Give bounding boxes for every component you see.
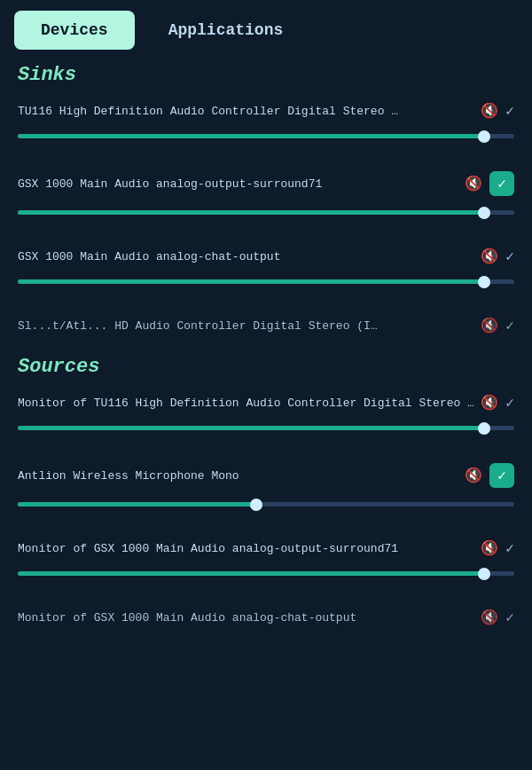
source-1-volume-slider[interactable] [18, 426, 514, 430]
sinks-title: Sinks [0, 50, 532, 93]
sink-2-name: GSX 1000 Main Audio analog-output-surrou… [18, 177, 465, 191]
source-1-mute-icon[interactable]: 🔇 [481, 394, 498, 412]
sink-item-4: Sl...t/Atl... HD Audio Controller Digita… [7, 308, 525, 342]
sink-item-2: GSX 1000 Main Audio analog-output-surrou… [7, 162, 525, 235]
tab-applications[interactable]: Applications [142, 11, 310, 50]
sources-list: Monitor of TU116 High Definition Audio C… [0, 385, 532, 633]
sink-2-mute-icon[interactable]: 🔇 [465, 175, 482, 192]
sink-4-name: Sl...t/Atl... HD Audio Controller Digita… [18, 319, 481, 333]
source-4-mute-icon[interactable]: 🔇 [481, 609, 498, 626]
tab-devices[interactable]: Devices [14, 11, 135, 50]
sources-title: Sources [0, 342, 532, 385]
source-3-check-icon[interactable]: ✓ [505, 539, 514, 557]
source-item-3: Monitor of GSX 1000 Main Audio analog-ou… [7, 530, 525, 596]
sink-3-volume-slider[interactable] [18, 279, 514, 284]
source-item-2: Antlion Wireless Microphone Mono 🔇 ✓ [7, 454, 525, 527]
sink-item-3: GSX 1000 Main Audio analog-chat-output 🔇… [7, 239, 525, 304]
sinks-list: TU116 High Definition Audio Controller D… [0, 93, 532, 342]
sink-3-check-icon[interactable]: ✓ [505, 248, 514, 265]
source-2-name: Antlion Wireless Microphone Mono [18, 469, 465, 483]
sink-3-mute-icon[interactable]: 🔇 [481, 248, 498, 265]
source-2-volume-slider[interactable] [18, 502, 514, 507]
sink-4-mute-icon[interactable]: 🔇 [481, 317, 498, 334]
sink-2-volume-slider[interactable] [18, 210, 514, 215]
sink-1-name: TU116 High Definition Audio Controller D… [18, 105, 481, 118]
source-1-name: Monitor of TU116 High Definition Audio C… [18, 397, 481, 410]
source-1-check-icon[interactable]: ✓ [505, 394, 514, 412]
source-2-check-icon[interactable]: ✓ [489, 463, 514, 488]
sink-1-check-icon[interactable]: ✓ [505, 102, 514, 120]
sink-1-volume-slider[interactable] [18, 134, 514, 138]
source-3-mute-icon[interactable]: 🔇 [481, 539, 498, 557]
tab-bar: Devices Applications [0, 0, 532, 50]
sink-3-name: GSX 1000 Main Audio analog-chat-output [18, 250, 481, 263]
sink-4-check-icon[interactable]: ✓ [505, 317, 514, 334]
source-item-4: Monitor of GSX 1000 Main Audio analog-ch… [7, 600, 525, 633]
source-4-name: Monitor of GSX 1000 Main Audio analog-ch… [18, 611, 481, 625]
sink-1-mute-icon[interactable]: 🔇 [481, 102, 498, 120]
sources-section: Sources Monitor of TU116 High Definition… [0, 342, 532, 633]
sink-item-1: TU116 High Definition Audio Controller D… [7, 93, 525, 159]
sink-2-check-icon[interactable]: ✓ [489, 171, 514, 196]
source-4-check-icon[interactable]: ✓ [505, 609, 514, 626]
source-item-1: Monitor of TU116 High Definition Audio C… [7, 385, 525, 451]
content-area: Sinks TU116 High Definition Audio Contro… [0, 50, 532, 633]
source-2-mute-icon[interactable]: 🔇 [465, 467, 482, 484]
source-3-name: Monitor of GSX 1000 Main Audio analog-ou… [18, 542, 481, 555]
sinks-section: Sinks TU116 High Definition Audio Contro… [0, 50, 532, 342]
source-3-volume-slider[interactable] [18, 571, 514, 576]
